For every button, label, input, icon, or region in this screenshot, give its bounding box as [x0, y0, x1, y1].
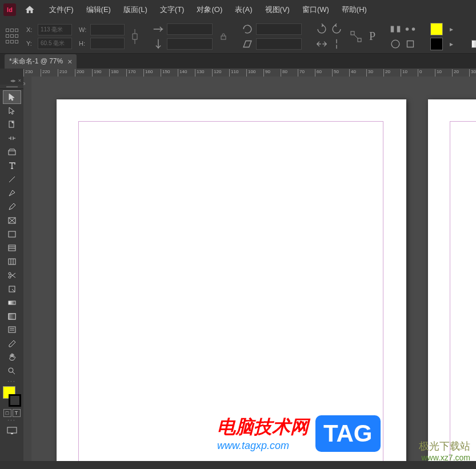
svg-point-6 — [412, 27, 415, 31]
svg-rect-18 — [9, 301, 15, 304]
gap-tool[interactable] — [3, 131, 21, 145]
svg-rect-24 — [11, 433, 13, 434]
toolbox-drag-handle[interactable] — [0, 85, 23, 89]
svg-rect-8 — [407, 41, 414, 47]
watermark-site: 极光下载站 www.xz7.com — [419, 439, 470, 462]
x-label: X: — [26, 26, 35, 33]
lock-icon[interactable] — [219, 25, 227, 48]
menu-help[interactable]: 帮助(H) — [336, 2, 373, 17]
fill-stroke-swatch[interactable] — [2, 386, 22, 407]
note-tool[interactable] — [3, 323, 21, 337]
svg-rect-1 — [351, 31, 354, 35]
svg-point-5 — [406, 27, 409, 31]
pencil-tool[interactable] — [3, 200, 21, 214]
fill-color-swatch[interactable] — [430, 23, 443, 35]
align-icon[interactable] — [389, 23, 402, 35]
free-transform-tool[interactable] — [3, 282, 21, 296]
canvas[interactable]: 0 — [23, 77, 476, 461]
menu-layout[interactable]: 版面(L) — [118, 2, 153, 17]
y-input[interactable]: 60.5 毫米 — [38, 38, 72, 49]
effects-icon[interactable] — [389, 38, 402, 50]
shear-icon[interactable] — [241, 38, 254, 50]
vertical-grid-tool[interactable] — [3, 255, 21, 268]
toolbox-collapse-icon[interactable]: ◂▸ — [10, 78, 16, 83]
ruler-vertical[interactable]: 0 — [23, 77, 31, 461]
stroke-style-dropdown[interactable] — [471, 40, 476, 48]
horizontal-grid-tool[interactable] — [3, 241, 21, 255]
paragraph-icon[interactable]: P — [369, 30, 375, 43]
reference-point[interactable] — [5, 27, 19, 46]
menu-window[interactable]: 窗口(W) — [297, 2, 335, 17]
constrain-proportions-icon[interactable] — [131, 25, 138, 48]
scale-y-input[interactable] — [167, 38, 213, 50]
w-input[interactable] — [90, 24, 125, 35]
svg-rect-4 — [397, 26, 401, 32]
menu-object[interactable]: 对象(O) — [191, 2, 228, 17]
document-tab[interactable]: *未命名-1 @ 77% × — [5, 54, 77, 69]
h-input[interactable] — [90, 38, 125, 49]
flip-h-icon[interactable] — [315, 38, 328, 50]
rotate-input[interactable] — [256, 23, 302, 35]
svg-rect-23 — [7, 427, 17, 433]
rectangle-frame-tool[interactable] — [3, 214, 21, 227]
watermark-badge: TAG — [315, 415, 381, 452]
menu-file[interactable]: 文件(F) — [43, 2, 79, 17]
x-input[interactable]: 113 毫米 — [38, 24, 72, 35]
distribute-icon[interactable] — [404, 23, 417, 35]
select-container-icon[interactable] — [350, 25, 362, 48]
stroke-swatch[interactable] — [9, 394, 21, 407]
document-tab-bar: *未命名-1 @ 77% × — [0, 54, 476, 69]
menu-type[interactable]: 文字(T) — [154, 2, 190, 17]
page-tool[interactable] — [3, 118, 21, 131]
fill-dropdown-icon[interactable]: ▸ — [445, 23, 458, 35]
zoom-tool[interactable] — [3, 364, 21, 378]
rotate-cw-icon[interactable] — [315, 23, 328, 35]
apply-to-container[interactable]: □ — [3, 409, 11, 417]
menu-table[interactable]: 表(A) — [229, 2, 258, 17]
toolbox-header: ◂▸ × — [0, 77, 23, 85]
apply-to-text[interactable]: T — [13, 409, 21, 417]
eyedropper-tool[interactable] — [3, 337, 21, 351]
rotate-ccw-icon[interactable] — [330, 23, 343, 35]
hand-tool[interactable] — [3, 351, 21, 364]
svg-rect-0 — [221, 36, 226, 39]
ruler-horizontal[interactable]: 230 220 210 200 190 180 170 160 150 140 … — [23, 69, 476, 77]
page-2[interactable] — [428, 99, 476, 461]
svg-point-15 — [9, 272, 11, 275]
scissors-tool[interactable] — [3, 268, 21, 282]
rectangle-tool[interactable] — [3, 227, 21, 241]
tab-close-button[interactable]: × — [67, 57, 72, 66]
type-tool[interactable] — [3, 159, 21, 173]
shear-input[interactable] — [256, 38, 302, 50]
stroke-weight-icon[interactable]: ≡ — [471, 25, 476, 38]
wrap-icon[interactable] — [404, 38, 417, 50]
svg-rect-20 — [9, 314, 15, 319]
scale-x-icon[interactable] — [152, 23, 165, 35]
stroke-dropdown-icon[interactable]: ▸ — [445, 38, 458, 50]
stroke-color-swatch[interactable] — [430, 38, 443, 50]
scale-x-input[interactable] — [167, 23, 213, 35]
toolbox: □ T — [0, 89, 23, 461]
control-bar: X: 113 毫米 Y: 60.5 毫米 W: H: — [0, 19, 476, 54]
rotate-icon[interactable] — [241, 23, 254, 35]
home-button[interactable] — [22, 2, 38, 18]
gradient-feather-tool[interactable] — [3, 310, 21, 323]
svg-rect-10 — [9, 151, 15, 155]
line-tool[interactable] — [3, 173, 21, 186]
direct-selection-tool[interactable] — [3, 104, 21, 118]
content-collector-tool[interactable] — [3, 145, 21, 159]
menu-edit[interactable]: 编辑(E) — [81, 2, 117, 17]
screen-mode-button[interactable] — [4, 425, 20, 436]
selection-tool[interactable] — [3, 90, 21, 104]
svg-rect-21 — [9, 327, 15, 332]
svg-rect-3 — [391, 26, 394, 32]
svg-point-22 — [9, 368, 13, 372]
menu-view[interactable]: 视图(V) — [259, 2, 295, 17]
page-1[interactable] — [57, 99, 406, 461]
gradient-swatch-tool[interactable] — [3, 296, 21, 310]
toolbox-close-icon[interactable]: × — [18, 78, 21, 83]
scale-y-icon[interactable] — [152, 38, 165, 50]
flip-v-icon[interactable] — [330, 38, 343, 50]
pen-tool[interactable] — [3, 186, 21, 200]
watermark: 电脑技术网 www.tagxp.com TAG — [217, 415, 381, 452]
